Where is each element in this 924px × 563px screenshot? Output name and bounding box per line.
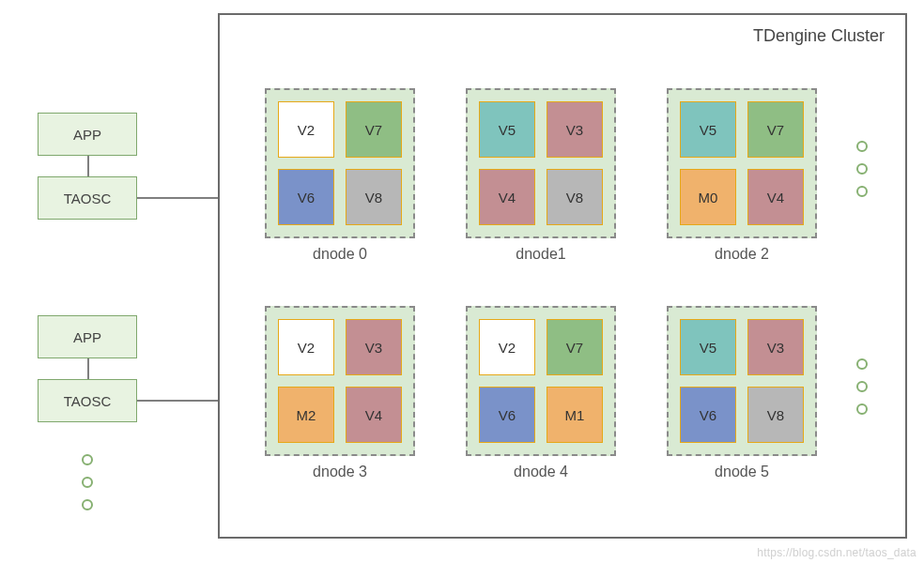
dnode-label: dnode1 xyxy=(466,246,616,263)
dnode-4: V2 V7 V6 M1 dnode 4 xyxy=(466,306,616,480)
app-box-2: APP xyxy=(38,315,137,358)
vnode-cell: V3 xyxy=(747,319,804,375)
vnode-cell: V5 xyxy=(479,101,535,158)
connector-line xyxy=(87,156,89,176)
cluster-title: TDengine Cluster xyxy=(753,26,885,46)
dnode-grid: V2 V7 V6 V8 xyxy=(265,88,415,238)
ellipsis-dots-left xyxy=(82,454,93,510)
vnode-cell: V7 xyxy=(547,319,603,375)
dnode-grid: V5 V3 V6 V8 xyxy=(667,306,817,456)
dnode-label: dnode 5 xyxy=(667,464,817,480)
vnode-cell: V8 xyxy=(547,169,603,225)
mnode-cell: M2 xyxy=(278,387,334,443)
vnode-cell: V4 xyxy=(747,169,804,225)
dnode-5: V5 V3 V6 V8 dnode 5 xyxy=(667,306,817,480)
taosc-label: TAOSC xyxy=(64,393,112,409)
dnode-1: V5 V3 V4 V8 dnode1 xyxy=(466,88,616,263)
vnode-cell: V6 xyxy=(680,387,736,443)
vnode-cell: V4 xyxy=(479,169,535,225)
taosc-box-1: TAOSC xyxy=(38,176,137,220)
taosc-label: TAOSC xyxy=(64,190,112,206)
vnode-cell: V3 xyxy=(346,319,402,375)
connector-line xyxy=(137,400,218,402)
vnode-cell: V3 xyxy=(547,101,603,158)
dot-icon xyxy=(856,186,868,197)
cluster-box: TDengine Cluster V2 V7 V6 V8 dnode 0 V5 … xyxy=(218,13,907,539)
vnode-cell: V6 xyxy=(278,169,334,225)
dot-icon xyxy=(856,358,868,370)
ellipsis-dots-row2 xyxy=(856,358,868,415)
vnode-cell: V4 xyxy=(346,387,402,443)
watermark-text: https://blog.csdn.net/taos_data xyxy=(757,546,916,559)
dnode-label: dnode 4 xyxy=(466,464,616,480)
vnode-cell: V2 xyxy=(479,319,535,375)
app-box-1: APP xyxy=(38,113,137,156)
dot-icon xyxy=(82,454,93,465)
dot-icon xyxy=(82,499,93,510)
app-label: APP xyxy=(73,329,101,345)
vnode-cell: V8 xyxy=(747,387,804,443)
vnode-cell: V7 xyxy=(346,101,402,158)
dnode-grid: V2 V3 M2 V4 xyxy=(265,306,415,456)
app-label: APP xyxy=(73,127,101,143)
vnode-cell: V2 xyxy=(278,319,334,375)
dnode-label: dnode 3 xyxy=(265,464,415,480)
vnode-cell: V5 xyxy=(680,101,736,158)
dot-icon xyxy=(856,381,868,392)
mnode-cell: M1 xyxy=(547,387,603,443)
dnode-grid: V5 V3 V4 V8 xyxy=(466,88,616,238)
vnode-cell: V7 xyxy=(747,101,804,158)
dnode-label: dnode 0 xyxy=(265,246,415,263)
dnode-grid: V2 V7 V6 M1 xyxy=(466,306,616,456)
connector-line xyxy=(87,358,89,379)
dnode-grid: V5 V7 M0 V4 xyxy=(667,88,817,238)
connector-line xyxy=(137,197,218,199)
vnode-cell: V6 xyxy=(479,387,535,443)
dnode-0: V2 V7 V6 V8 dnode 0 xyxy=(265,88,415,263)
vnode-cell: V2 xyxy=(278,101,334,158)
ellipsis-dots-row1 xyxy=(856,141,868,197)
dot-icon xyxy=(82,477,93,488)
vnode-cell: V8 xyxy=(346,169,402,225)
mnode-cell: M0 xyxy=(680,169,736,225)
dot-icon xyxy=(856,163,868,175)
dnode-3: V2 V3 M2 V4 dnode 3 xyxy=(265,306,415,480)
dnode-2: V5 V7 M0 V4 dnode 2 xyxy=(667,88,817,263)
dot-icon xyxy=(856,141,868,152)
vnode-cell: V5 xyxy=(680,319,736,375)
dnode-label: dnode 2 xyxy=(667,246,817,263)
taosc-box-2: TAOSC xyxy=(38,379,137,422)
dot-icon xyxy=(856,403,868,415)
